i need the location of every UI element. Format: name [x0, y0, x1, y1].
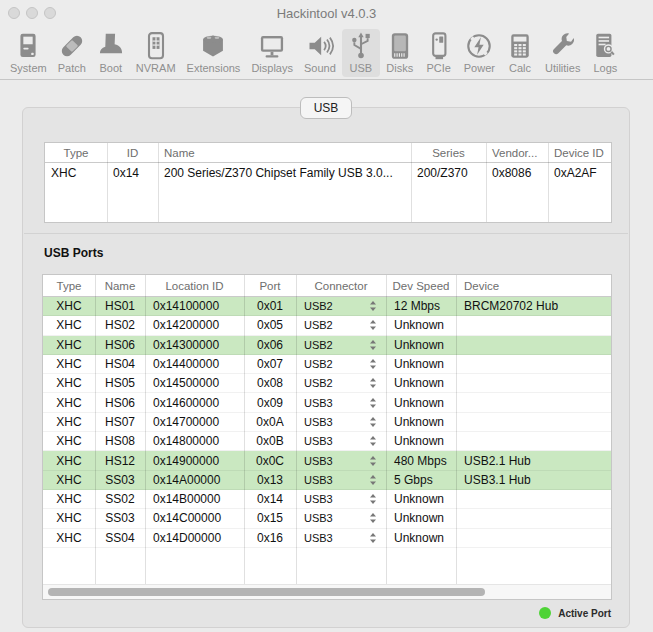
- toolbar-item-patch[interactable]: Patch: [53, 29, 91, 77]
- ports-column-port[interactable]: Port: [244, 280, 296, 292]
- ports-column-dev-speed[interactable]: Dev Speed: [386, 280, 456, 292]
- toolbar-item-label: Sound: [304, 61, 336, 75]
- usb-icon: [347, 31, 375, 61]
- connector-value: USB2: [304, 319, 333, 331]
- controllers-column-device-id[interactable]: Device ID: [548, 147, 611, 159]
- popup-chevron-icon: [369, 397, 377, 409]
- usb-ports-table[interactable]: TypeNameLocation IDPortConnectorDev Spee…: [42, 274, 612, 600]
- connector-popup[interactable]: USB3: [296, 512, 386, 524]
- usb-port-row[interactable]: XHCHS120x149000000x0CUSB3480 MbpsUSB2.1 …: [43, 451, 611, 470]
- ports-column-device[interactable]: Device: [456, 280, 611, 292]
- titlebar: Hackintool v4.0.3: [0, 0, 653, 27]
- cell-dev-speed: Unknown: [386, 357, 456, 371]
- toolbar-item-nvram[interactable]: NVRAM: [131, 29, 181, 77]
- controllers-column-vendor[interactable]: Vendor...: [486, 147, 548, 159]
- toolbar-item-label: Boot: [100, 61, 123, 75]
- connector-value: USB3: [304, 532, 333, 544]
- controllers-column-type[interactable]: Type: [45, 147, 107, 159]
- cell-vendor: 0x8086: [486, 166, 548, 180]
- cell-dev-speed: Unknown: [386, 434, 456, 448]
- toolbar-item-power[interactable]: Power: [459, 29, 500, 77]
- toolbar-item-disks[interactable]: Disks: [381, 29, 419, 77]
- connector-popup[interactable]: USB3: [296, 474, 386, 486]
- connector-popup[interactable]: USB3: [296, 532, 386, 544]
- toolbar-item-displays[interactable]: Displays: [246, 29, 298, 77]
- cell-location-id: 0x14300000: [145, 338, 244, 352]
- connector-popup[interactable]: USB3: [296, 416, 386, 428]
- cell-location-id: 0x14200000: [145, 318, 244, 332]
- ports-column-connector[interactable]: Connector: [296, 280, 386, 292]
- ports-column-name[interactable]: Name: [95, 280, 145, 292]
- controllers-column-name[interactable]: Name: [158, 147, 411, 159]
- cell-port: 0x01: [244, 299, 296, 313]
- toolbar-item-extensions[interactable]: Extensions: [182, 29, 246, 77]
- usb-port-row[interactable]: XHCHS060x146000000x09USB3Unknown: [43, 393, 611, 412]
- cell-name: SS02: [95, 492, 145, 506]
- toolbar-item-system[interactable]: System: [5, 29, 52, 77]
- horizontal-scrollbar[interactable]: [43, 584, 611, 599]
- cell-name: HS07: [95, 415, 145, 429]
- usb-port-row[interactable]: XHCHS040x144000000x07USB2Unknown: [43, 355, 611, 374]
- ports-column-location-id[interactable]: Location ID: [145, 280, 244, 292]
- usb-port-row[interactable]: XHCHS010x141000000x01USB212 MbpsBRCM2070…: [43, 297, 611, 316]
- usb-port-row[interactable]: XHCHS020x142000000x05USB2Unknown: [43, 316, 611, 335]
- usb-port-row[interactable]: XHCSS030x14A000000x13USB35 GbpsUSB3.1 Hu…: [43, 471, 611, 490]
- cell-port: 0x06: [244, 338, 296, 352]
- toolbar-item-pcie[interactable]: PCIe: [420, 29, 458, 77]
- usb-port-row[interactable]: XHCSS020x14B000000x14USB3Unknown: [43, 490, 611, 509]
- tab-usb[interactable]: USB: [300, 97, 352, 119]
- cell-name: HS05: [95, 376, 145, 390]
- usb-port-row[interactable]: XHCSS040x14D000000x16USB3Unknown: [43, 529, 611, 548]
- connector-popup[interactable]: USB2: [296, 319, 386, 331]
- cell-type: XHC: [43, 531, 95, 545]
- cell-port: 0x14: [244, 492, 296, 506]
- disks-icon: [386, 31, 414, 61]
- scrollbar-thumb[interactable]: [48, 588, 485, 596]
- usb-port-row[interactable]: XHCHS050x145000000x08USB2Unknown: [43, 374, 611, 393]
- toolbar-item-logs[interactable]: Logs: [586, 29, 624, 77]
- toolbar-item-calc[interactable]: Calc: [501, 29, 539, 77]
- usb-port-row[interactable]: XHCHS080x148000000x0BUSB3Unknown: [43, 432, 611, 451]
- controller-row[interactable]: XHC0x14200 Series/Z370 Chipset Family US…: [45, 163, 611, 183]
- toolbar-item-utilities[interactable]: Utilities: [540, 29, 585, 77]
- controllers-column-id[interactable]: ID: [107, 147, 158, 159]
- connector-popup[interactable]: USB2: [296, 358, 386, 370]
- connector-popup[interactable]: USB3: [296, 493, 386, 505]
- connector-popup[interactable]: USB2: [296, 300, 386, 312]
- ports-column-type[interactable]: Type: [43, 280, 95, 292]
- cell-dev-speed: 480 Mbps: [386, 454, 456, 468]
- utilities-icon: [549, 31, 577, 61]
- cell-series: 200/Z370: [411, 166, 486, 180]
- cell-name: HS12: [95, 454, 145, 468]
- toolbar-item-usb[interactable]: USB: [342, 29, 380, 77]
- calc-icon: [506, 31, 534, 61]
- pcie-icon: [425, 31, 453, 61]
- controllers-header: TypeIDNameSeriesVendor...Device ID: [45, 143, 611, 163]
- logs-icon: [591, 31, 619, 61]
- connector-popup[interactable]: USB2: [296, 339, 386, 351]
- toolbar-item-sound[interactable]: Sound: [299, 29, 341, 77]
- ports-table-body: XHCHS010x141000000x01USB212 MbpsBRCM2070…: [43, 297, 611, 584]
- controllers-column-series[interactable]: Series: [411, 147, 486, 159]
- cell-dev-speed: Unknown: [386, 318, 456, 332]
- toolbar-item-boot[interactable]: Boot: [92, 29, 130, 77]
- cell-type: XHC: [43, 473, 95, 487]
- popup-chevron-icon: [369, 300, 377, 312]
- connector-popup[interactable]: USB3: [296, 397, 386, 409]
- cell-port: 0x08: [244, 376, 296, 390]
- controllers-table[interactable]: TypeIDNameSeriesVendor...Device IDXHC0x1…: [44, 142, 612, 223]
- connector-popup[interactable]: USB3: [296, 455, 386, 467]
- usb-port-row[interactable]: XHCHS060x143000000x06USB2Unknown: [43, 336, 611, 355]
- cell-name: 200 Series/Z370 Chipset Family USB 3.0..…: [158, 166, 411, 180]
- cell-id: 0x14: [107, 166, 158, 180]
- cell-type: XHC: [43, 492, 95, 506]
- usb-port-row[interactable]: XHCSS030x14C000000x15USB3Unknown: [43, 509, 611, 528]
- connector-value: USB3: [304, 455, 333, 467]
- displays-icon: [258, 31, 286, 61]
- connector-popup[interactable]: USB2: [296, 377, 386, 389]
- connector-value: USB3: [304, 493, 333, 505]
- boot-icon: [97, 31, 125, 61]
- cell-name: SS04: [95, 531, 145, 545]
- usb-port-row[interactable]: XHCHS070x147000000x0AUSB3Unknown: [43, 413, 611, 432]
- connector-popup[interactable]: USB3: [296, 435, 386, 447]
